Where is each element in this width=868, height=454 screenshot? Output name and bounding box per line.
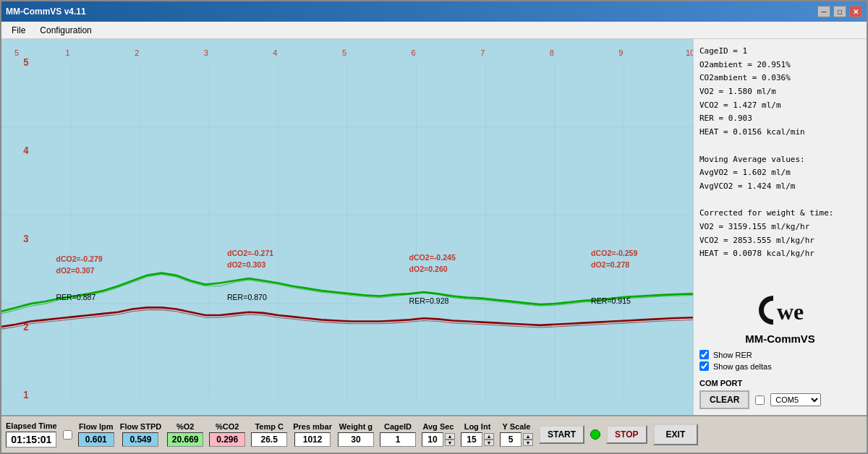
flow-stpd-group: Flow STPD 0.549	[120, 422, 161, 447]
stat-vo2: VO2 = 1.580 ml/m	[699, 85, 861, 99]
cage-id-status-label: CageID	[384, 422, 412, 431]
y-scale-label: Y Scale	[503, 422, 531, 431]
temp-group: Temp C 26.5	[251, 422, 287, 447]
stat-o2ambient: O2ambient = 20.951%	[699, 59, 861, 72]
svg-text:dCO2=-0.245: dCO2=-0.245	[409, 252, 456, 261]
avg-sec-spin: 10 ▲ ▼	[422, 432, 455, 447]
y-scale-group: Y Scale 5 ▲ ▼	[500, 422, 533, 447]
stat-heat: HEAT = 0.0156 kcal/min	[699, 126, 861, 140]
stat-avgvo2: AvgVO2 = 1.602 ml/m	[699, 166, 861, 180]
avg-sec-spinner: ▲ ▼	[445, 433, 455, 446]
flow-lpm-label: Flow lpm	[79, 422, 114, 431]
weight-group: Weight g 30	[338, 422, 374, 447]
title-bar: MM-CommVS v4.11 ─ □ ✕	[1, 1, 867, 22]
clear-button[interactable]: CLEAR	[699, 390, 749, 409]
stat-co2ambient: CO2ambient = 0.036%	[699, 72, 861, 85]
pres-group: Pres mbar 1012	[293, 422, 332, 447]
app-name: MM-CommVS	[745, 333, 815, 345]
elapsed-time-label: Elapsed Time	[6, 421, 57, 430]
svg-text:1: 1	[23, 389, 29, 400]
chart-area: 5 4 3 2 1 1 2 3 4 5 6 7 8 9 10 5	[1, 39, 693, 415]
main-content: 5 4 3 2 1 1 2 3 4 5 6 7 8 9 10 5	[1, 39, 867, 415]
menu-configuration[interactable]: Configuration	[33, 24, 98, 37]
svg-text:dO2=0.307: dO2=0.307	[56, 265, 94, 274]
svg-text:RER=0.870: RER=0.870	[227, 293, 267, 301]
avg-sec-down[interactable]: ▼	[445, 440, 455, 446]
svg-text:dCO2=-0.279: dCO2=-0.279	[56, 254, 102, 262]
o2-group: %O2 20.669	[167, 422, 203, 447]
stat-heat-corr: HEAT = 0.0078 kcal/kg/hr	[699, 247, 861, 261]
co2-value: 0.296	[209, 432, 245, 447]
elapsed-time-group: Elapsed Time 01:15:01	[6, 421, 57, 447]
show-rer-checkbox[interactable]	[699, 350, 709, 359]
weight-value: 30	[338, 432, 374, 447]
start-button[interactable]: START	[539, 425, 584, 444]
svg-text:8: 8	[550, 48, 554, 57]
o2-label: %O2	[176, 422, 194, 431]
svg-text:dO2=0.260: dO2=0.260	[409, 264, 448, 273]
log-int-up[interactable]: ▲	[484, 433, 494, 440]
temp-value: 26.5	[251, 432, 287, 447]
log-int-spinner: ▲ ▼	[484, 433, 494, 446]
svg-text:RER=0.915: RER=0.915	[591, 296, 631, 305]
svg-text:dO2=0.278: dO2=0.278	[591, 260, 629, 269]
stat-vco2: VCO2 = 1.427 ml/m	[699, 99, 861, 113]
y-scale-up[interactable]: ▲	[523, 433, 533, 440]
log-int-label: Log Int	[464, 422, 491, 431]
y-scale-spin: 5 ▲ ▼	[500, 432, 533, 447]
stat-vo2corr: VO2 = 3159.155 ml/kg/hr	[699, 220, 861, 234]
pres-value: 1012	[294, 432, 331, 447]
svg-text:dCO2=-0.259: dCO2=-0.259	[591, 249, 637, 257]
right-panel: CageID = 1 O2ambient = 20.951% CO2ambien…	[693, 39, 867, 415]
y-scale-down[interactable]: ▼	[523, 440, 533, 446]
svg-text:we: we	[777, 299, 804, 325]
options-section: Show RER Show gas deltas	[699, 345, 861, 376]
elapsed-time-value: 01:15:01	[6, 432, 56, 447]
svg-text:1: 1	[66, 48, 70, 57]
log-int-group: Log Int 15 ▲ ▼	[461, 422, 494, 447]
stat-corrected-label: Corrected for weight & time:	[699, 207, 861, 220]
stop-button[interactable]: STOP	[606, 425, 647, 444]
svg-text:RER=0.887: RER=0.887	[56, 293, 95, 301]
show-gas-deltas-checkbox[interactable]	[699, 361, 709, 371]
log-int-down[interactable]: ▼	[484, 440, 494, 446]
svg-text:7: 7	[480, 48, 485, 57]
elapsed-checkbox[interactable]	[63, 430, 72, 440]
cage-id-status-group: CageID 1	[380, 422, 416, 447]
svg-text:dO2=0.303: dO2=0.303	[227, 260, 265, 269]
show-rer-row: Show RER	[699, 350, 861, 359]
exit-button[interactable]: EXIT	[653, 424, 699, 445]
menu-file[interactable]: File	[4, 24, 33, 37]
svg-text:3: 3	[23, 234, 28, 244]
maximize-button[interactable]: □	[833, 6, 846, 17]
com-port-select[interactable]: COM5	[770, 393, 821, 406]
avg-sec-value: 10	[422, 432, 443, 447]
svg-text:5: 5	[342, 48, 346, 57]
avg-sec-group: Avg Sec 10 ▲ ▼	[422, 422, 455, 447]
close-button[interactable]: ✕	[849, 6, 862, 17]
svg-text:6: 6	[412, 48, 416, 57]
stat-avgvco2: AvgVCO2 = 1.424 ml/m	[699, 180, 861, 194]
window-controls: ─ □ ✕	[817, 6, 862, 17]
show-rer-label: Show RER	[713, 351, 752, 359]
show-gas-deltas-label: Show gas deltas	[713, 362, 772, 371]
svg-text:3: 3	[204, 48, 208, 57]
clear-checkbox[interactable]	[755, 395, 765, 405]
show-gas-deltas-row: Show gas deltas	[699, 361, 861, 371]
svg-text:dCO2=-0.271: dCO2=-0.271	[227, 249, 273, 257]
minimize-button[interactable]: ─	[817, 6, 830, 17]
o2-value: 20.669	[167, 432, 203, 447]
stat-vco2corr: VCO2 = 2853.555 ml/kg/hr	[699, 234, 861, 248]
stat-moving-avg-label: Moving Average values:	[699, 153, 861, 167]
svg-text:4: 4	[273, 48, 277, 57]
y-scale-spinner: ▲ ▼	[523, 433, 533, 446]
avg-sec-up[interactable]: ▲	[445, 433, 455, 440]
co2-group: %CO2 0.296	[209, 422, 245, 447]
menu-bar: File Configuration	[1, 22, 867, 39]
cwe-logo: we	[699, 288, 861, 333]
pres-label: Pres mbar	[293, 422, 332, 431]
window-title: MM-CommVS v4.11	[6, 7, 86, 17]
log-int-spin: 15 ▲ ▼	[461, 432, 494, 447]
flow-stpd-label: Flow STPD	[120, 422, 161, 431]
svg-text:10: 10	[686, 48, 693, 57]
